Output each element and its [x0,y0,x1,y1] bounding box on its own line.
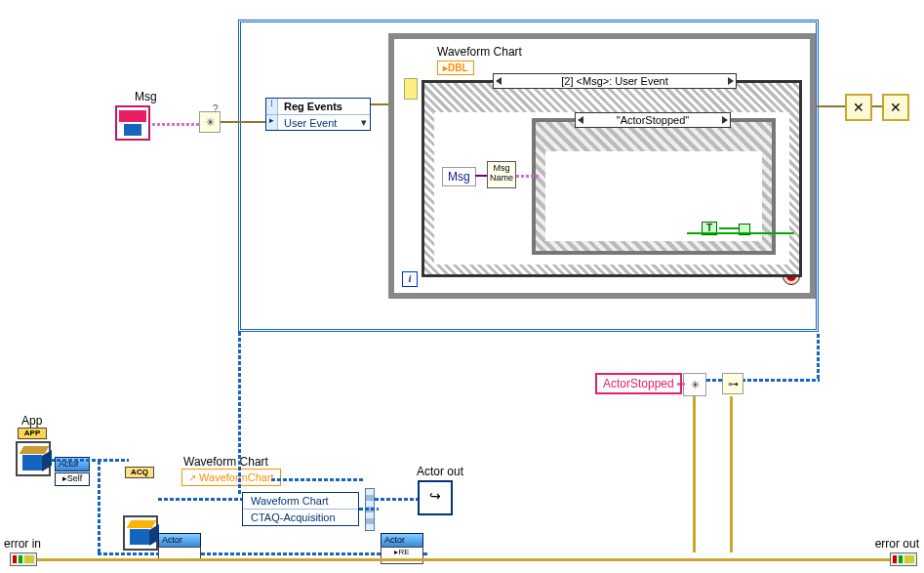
property-row-waveform[interactable]: Waveform Chart [243,493,358,510]
wire-bool [719,227,739,229]
actor-out-label: Actor out [417,465,463,478]
event-structure-body: "ActorStopped" T Msg Msg Name [434,112,789,265]
app-banner-icon: APP [18,428,47,439]
case-selector[interactable]: "ActorStopped" [575,112,731,128]
helper-vi-icon[interactable]: ⊶ [722,373,743,394]
wire-variant [475,175,487,177]
arrow-icon: ↗ [188,472,196,483]
context-help-icon: ? [213,103,219,114]
case-structure-body: T [545,151,762,241]
drag-handle-icon: ▸ [266,115,278,130]
acq-class-constant[interactable] [123,515,158,551]
property-row-acquisition[interactable]: CTAQ-Acquisition [243,510,358,525]
wire-prop-to-bundle [359,508,379,511]
wire-event-out [816,105,845,107]
wire-event-out2 [872,105,882,107]
send-msg-vi-icon[interactable]: ✳ [683,373,706,396]
wire-event-ref [221,121,265,123]
waveform-chart-label-mid: Waveform Chart [183,455,268,469]
iteration-terminal: i [402,271,418,287]
property-node[interactable]: Waveform Chart CTAQ-Acquisition [242,492,359,526]
create-user-event-icon[interactable]: ✳ [199,111,221,133]
wire-class-vertical [238,332,241,459]
self-property: ▸Self [55,472,90,486]
wire-acq-to-prop [158,498,242,501]
error-in-terminal[interactable] [10,553,37,566]
wire-top-down [238,459,241,494]
wire-string [516,175,540,178]
wire-class-app [51,459,129,462]
while-loop: i Waveform Chart ▸DBL [2] <Msg>: User Ev… [388,33,816,299]
actor-out-vi-icon[interactable]: ↪ [418,480,453,515]
event-structure: [2] <Msg>: User Event "ActorStopped" T M… [422,80,802,277]
wire-event-reg [371,103,390,105]
app-label: App [21,414,42,428]
dbl-indicator-icon[interactable]: ▸DBL [437,61,474,75]
app-class-constant[interactable] [16,441,51,476]
drag-handle-icon: ⁞ [266,99,278,114]
acq-banner-icon: ACQ [125,467,154,478]
waveform-chart-link[interactable]: WaveformChart [199,471,274,483]
unregister-events-node[interactable]: ✕ [845,94,872,121]
msg-label: Msg [135,90,157,103]
waveform-chart-ref-control[interactable]: ↗ WaveformChart [181,469,281,486]
error-out-label: error out [870,537,919,551]
actor-wire-box-2[interactable]: Actor [381,533,423,548]
wire-stop [687,232,794,234]
wire-string-as [677,383,685,386]
event-case-selector[interactable]: [2] <Msg>: User Event [493,73,737,89]
error-wire-main [37,558,890,561]
wire-bundle-to-actorout [375,498,418,501]
dropdown-arrow-icon[interactable]: ▾ [358,116,370,129]
wire-cluster [152,123,199,126]
launch-actor-vi-2[interactable]: ▸RE [381,547,423,564]
msg-control-terminal[interactable] [115,105,150,141]
case-structure: "ActorStopped" T [532,118,776,255]
error-in-label: error in [4,537,41,551]
wire-stub [423,553,427,555]
actor-wire-box-1[interactable]: Actor [158,533,201,548]
user-event-row: User Event [278,117,358,129]
wire-class-to-launch [98,553,158,555]
event-data-msg-terminal[interactable]: Msg [442,167,476,186]
register-events-node[interactable]: ⁞Reg Events ▸User Event▾ [265,98,371,131]
error-out-terminal[interactable] [890,553,917,566]
dynamic-event-terminal-icon[interactable] [404,78,418,100]
wire-class-app-v [98,459,100,553]
reg-events-title: Reg Events [278,101,370,112]
destroy-user-event-node[interactable]: ✕ [882,94,909,121]
waveform-chart-label-top: Waveform Chart [437,45,522,59]
wire-error-v [693,396,696,553]
wire-ref-to-prop [271,478,365,481]
wire-class-vertical-right [817,332,820,379]
actor-stopped-string-constant[interactable]: ActorStopped [595,373,682,394]
msg-name-property-node[interactable]: Msg Name [487,161,516,188]
wire-launch-chain [201,553,381,555]
wire-error-v2 [730,396,733,553]
